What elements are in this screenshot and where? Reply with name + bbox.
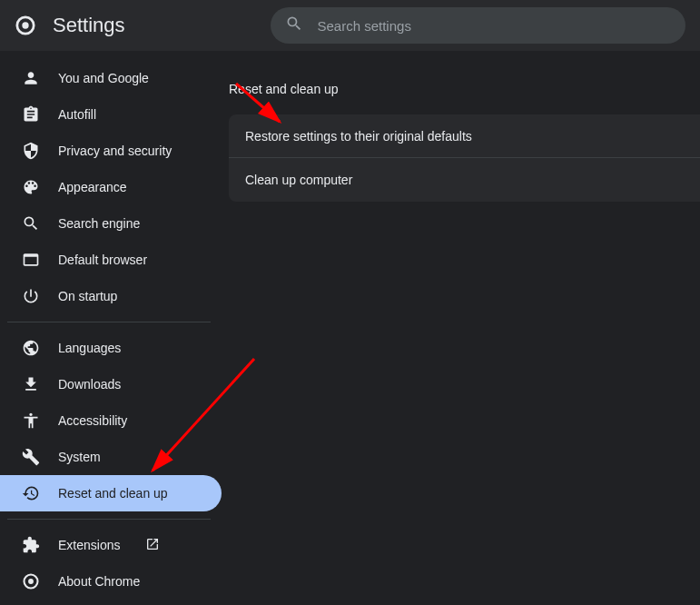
chrome-logo-icon (15, 15, 36, 36)
divider (7, 322, 211, 322)
sidebar-item-appearance[interactable]: Appearance (0, 169, 222, 205)
sidebar-item-label: About Chrome (58, 574, 140, 589)
sidebar-item-label: On startup (58, 289, 117, 303)
sidebar-item-label: Languages (58, 341, 121, 355)
sidebar-item-label: Default browser (58, 253, 147, 267)
accessibility-icon (22, 412, 40, 430)
sidebar-item-label: Privacy and security (58, 144, 172, 158)
search-container[interactable] (271, 7, 686, 44)
sidebar-item-you-and-google[interactable]: You and Google (0, 60, 222, 96)
sidebar-item-accessibility[interactable]: Accessibility (0, 402, 222, 439)
search-icon (285, 15, 303, 36)
assignment-icon (22, 105, 40, 124)
palette-icon (22, 178, 40, 196)
extension-icon (22, 536, 40, 554)
header-left: Settings (15, 14, 125, 37)
sidebar-item-extensions[interactable]: Extensions (0, 527, 222, 563)
sidebar-item-autofill[interactable]: Autofill (0, 96, 222, 133)
sidebar-item-on-startup[interactable]: On startup (0, 278, 222, 314)
page-title: Settings (53, 14, 125, 37)
svg-point-1 (22, 22, 28, 28)
svg-point-3 (28, 579, 34, 584)
settings-card: Restore settings to their original defau… (229, 114, 700, 202)
sidebar-item-downloads[interactable]: Downloads (0, 366, 222, 402)
sidebar: You and Google Autofill Privacy and secu… (0, 51, 229, 605)
search-input[interactable] (318, 18, 672, 34)
download-icon (22, 375, 40, 393)
sidebar-item-label: Extensions (58, 538, 120, 552)
sidebar-item-system[interactable]: System (0, 439, 222, 475)
chrome-icon (22, 572, 40, 590)
external-link-icon (145, 537, 160, 554)
sidebar-item-label: Accessibility (58, 413, 127, 428)
search-engine-icon (22, 214, 40, 233)
sidebar-item-label: Appearance (58, 180, 127, 194)
sidebar-item-privacy[interactable]: Privacy and security (0, 133, 222, 169)
sidebar-item-label: Reset and clean up (58, 486, 168, 501)
power-icon (22, 287, 40, 305)
sidebar-item-label: Search engine (58, 216, 140, 231)
divider (7, 519, 211, 520)
sidebar-item-reset-cleanup[interactable]: Reset and clean up (0, 475, 222, 511)
container: You and Google Autofill Privacy and secu… (0, 51, 700, 605)
clean-up-computer-item[interactable]: Clean up computer (229, 158, 700, 202)
sidebar-item-about-chrome[interactable]: About Chrome (0, 563, 222, 600)
shield-icon (22, 142, 40, 160)
sidebar-item-languages[interactable]: Languages (0, 330, 222, 366)
sidebar-item-search-engine[interactable]: Search engine (0, 205, 222, 242)
restore-icon (22, 484, 40, 502)
section-title: Reset and clean up (229, 69, 700, 114)
main-content: Reset and clean up Restore settings to t… (229, 51, 700, 605)
card-item-label: Clean up computer (245, 173, 352, 187)
sidebar-item-label: Downloads (58, 377, 121, 392)
sidebar-item-label: System (58, 450, 101, 464)
globe-icon (22, 339, 40, 357)
sidebar-item-default-browser[interactable]: Default browser (0, 242, 222, 278)
restore-defaults-item[interactable]: Restore settings to their original defau… (229, 114, 700, 158)
person-icon (22, 69, 40, 87)
browser-icon (22, 251, 40, 269)
sidebar-item-label: You and Google (58, 71, 149, 85)
header: Settings (0, 0, 700, 51)
wrench-icon (22, 448, 40, 466)
card-item-label: Restore settings to their original defau… (245, 129, 472, 144)
sidebar-item-label: Autofill (58, 107, 96, 122)
